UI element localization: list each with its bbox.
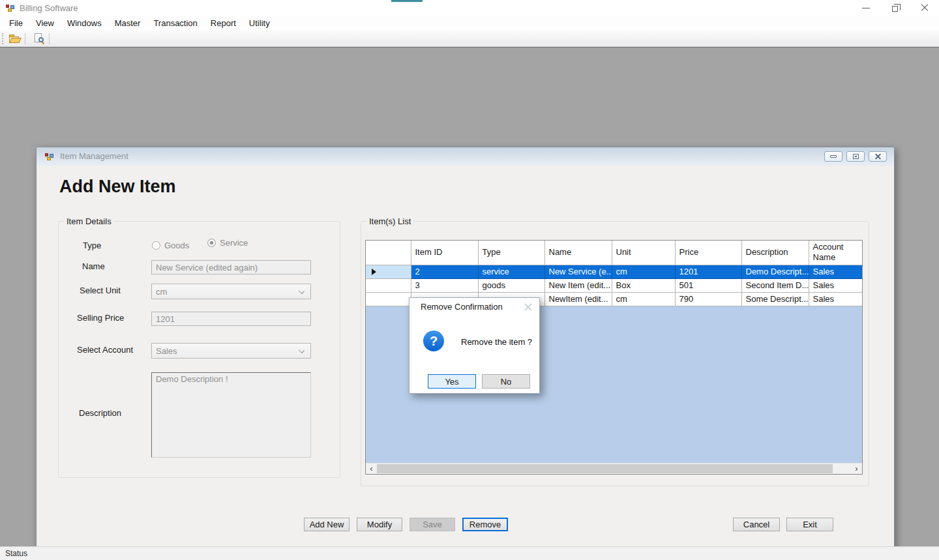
- remove-confirmation-dialog: Remove Confirmation ? Remove the item ? …: [409, 297, 540, 394]
- menu-report[interactable]: Report: [204, 17, 243, 29]
- status-text: Status: [5, 549, 27, 558]
- child-minimize-button[interactable]: [824, 151, 842, 162]
- service-radio-label[interactable]: Service: [220, 238, 248, 248]
- chevron-down-icon: [299, 288, 305, 294]
- open-folder-icon: [9, 35, 20, 43]
- column-header-type[interactable]: Type: [478, 241, 544, 265]
- cell-price[interactable]: 1201: [675, 265, 741, 278]
- child-window-controls: [820, 151, 887, 162]
- mdi-area: Item Management Add New Item Item Detail…: [0, 47, 939, 546]
- cell-description[interactable]: Demo Descript...: [741, 265, 809, 278]
- menu-transaction[interactable]: Transaction: [147, 17, 203, 29]
- restore-button[interactable]: [880, 0, 910, 16]
- child-titlebar: Item Management: [37, 147, 894, 166]
- item-details-groupbox: Item Details Type Goods Service Name Sel…: [58, 221, 340, 478]
- menu-file[interactable]: File: [3, 17, 29, 29]
- cell-name[interactable]: New Item (edit...: [544, 278, 612, 292]
- cell-price[interactable]: 790: [675, 292, 741, 306]
- scrollbar-thumb[interactable]: [377, 464, 833, 473]
- print-preview-icon: [34, 33, 44, 44]
- unit-combobox[interactable]: cm: [151, 284, 311, 299]
- open-button[interactable]: [6, 31, 23, 46]
- column-header-name[interactable]: Name: [544, 241, 612, 265]
- table-row: 3 goods New Item (edit... Box 501 Second…: [366, 278, 863, 292]
- selling-price-field[interactable]: [151, 312, 311, 326]
- cell-description[interactable]: Second Item D...: [741, 278, 809, 292]
- goods-radio-label[interactable]: Goods: [164, 241, 189, 250]
- menu-utility[interactable]: Utility: [243, 17, 276, 29]
- cell-name[interactable]: New Service (e...: [544, 265, 612, 278]
- column-header-item-id[interactable]: Item ID: [411, 241, 478, 265]
- cell-description[interactable]: Some Descript...: [741, 292, 809, 306]
- dialog-title: Remove Confirmation: [421, 302, 503, 312]
- account-value: Sales: [156, 346, 177, 356]
- maximize-icon: [853, 154, 859, 159]
- cell-item-id[interactable]: 2: [411, 265, 478, 278]
- cell-account[interactable]: Sales: [809, 278, 863, 292]
- column-header-price[interactable]: Price: [675, 241, 741, 265]
- cell-type[interactable]: goods: [478, 278, 544, 292]
- horizontal-scrollbar: ‹ ›: [366, 463, 862, 474]
- close-button[interactable]: [910, 0, 939, 16]
- items-list-legend: Item(s) List: [366, 216, 413, 226]
- cell-name[interactable]: NewItem (edit...: [544, 292, 612, 306]
- app-title: Billing Software: [20, 3, 78, 13]
- menu-windows[interactable]: Windows: [61, 17, 108, 29]
- remove-button[interactable]: Remove: [462, 518, 508, 531]
- yes-button[interactable]: Yes: [428, 374, 476, 389]
- account-combobox[interactable]: Sales: [151, 343, 311, 359]
- selling-price-label: Selling Price: [77, 313, 124, 323]
- type-label: Type: [83, 241, 101, 250]
- cell-unit[interactable]: Box: [612, 278, 675, 292]
- window-controls: [851, 0, 939, 16]
- row-selector[interactable]: [366, 265, 411, 278]
- column-header-description[interactable]: Description: [741, 241, 809, 265]
- table-row: 2 service New Service (e... cm 1201 Demo…: [366, 265, 863, 278]
- dialog-close-icon[interactable]: [524, 303, 532, 311]
- cell-price[interactable]: 501: [675, 278, 741, 292]
- scroll-right-arrow[interactable]: ›: [851, 464, 862, 475]
- child-maximize-button[interactable]: [846, 151, 865, 162]
- select-account-label: Select Account: [77, 345, 133, 355]
- chevron-down-icon: [299, 347, 305, 353]
- toolbar-separator: [49, 33, 50, 44]
- column-header-unit[interactable]: Unit: [612, 241, 675, 265]
- service-radio[interactable]: [207, 239, 216, 247]
- menu-bar: File View Windows Master Transaction Rep…: [0, 16, 939, 31]
- row-selector-header: [366, 241, 411, 265]
- items-table: Item ID Type Name Unit Price Description…: [366, 241, 863, 306]
- add-new-button[interactable]: Add New: [304, 518, 350, 531]
- cell-unit[interactable]: cm: [612, 265, 675, 278]
- row-selector[interactable]: [366, 292, 411, 306]
- toolbar-grip[interactable]: [2, 33, 3, 44]
- menu-view[interactable]: View: [29, 17, 61, 29]
- cell-account[interactable]: Sales: [809, 265, 863, 278]
- cell-type[interactable]: service: [478, 265, 544, 278]
- current-row-arrow-icon: [372, 269, 376, 275]
- header-row: Item ID Type Name Unit Price Description…: [366, 241, 863, 265]
- description-field[interactable]: Demo Description !: [151, 372, 311, 458]
- exit-button[interactable]: Exit: [786, 518, 833, 531]
- page-title: Add New Item: [59, 177, 176, 197]
- cell-unit[interactable]: cm: [612, 292, 675, 306]
- minimize-button[interactable]: [851, 0, 880, 16]
- cell-item-id[interactable]: 3: [411, 278, 478, 292]
- scroll-left-arrow[interactable]: ‹: [366, 464, 377, 475]
- row-selector[interactable]: [366, 278, 411, 292]
- no-button[interactable]: No: [482, 374, 530, 389]
- child-close-button[interactable]: [869, 151, 887, 162]
- cell-account[interactable]: Sales: [809, 292, 863, 306]
- modify-button[interactable]: Modify: [357, 518, 402, 531]
- close-icon: [874, 153, 882, 160]
- save-button: Save: [410, 518, 455, 531]
- name-field[interactable]: [151, 260, 311, 274]
- cancel-button[interactable]: Cancel: [733, 518, 780, 531]
- menu-master[interactable]: Master: [108, 17, 147, 29]
- dialog-message: Remove the item ?: [461, 337, 532, 347]
- description-label: Description: [79, 408, 121, 418]
- column-header-account-name[interactable]: Account Name: [809, 241, 863, 265]
- child-window-icon: [44, 151, 55, 162]
- goods-radio[interactable]: [152, 241, 160, 250]
- status-bar: Status: [0, 546, 939, 560]
- print-preview-button[interactable]: [30, 31, 47, 46]
